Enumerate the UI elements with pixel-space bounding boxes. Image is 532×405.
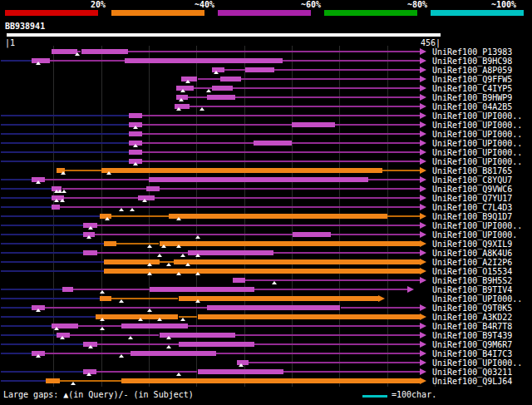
hit-accession-label[interactable]: UniRef100_UPI000.. — [432, 139, 522, 148]
alignment-segment[interactable] — [96, 314, 179, 319]
alignment-segment[interactable] — [249, 362, 419, 363]
alignment-segment[interactable] — [245, 279, 420, 281]
alignment-segment[interactable] — [73, 289, 150, 290]
hit-accession-label[interactable]: UniRef100_B9H5S2 — [432, 276, 512, 285]
hit-accession-label[interactable]: UniRef100_B9HC98 — [432, 57, 512, 66]
hit-accession-label[interactable]: UniRef100_Q9T0K5 — [432, 304, 512, 313]
alignment-segment[interactable] — [179, 296, 379, 301]
alignment-segment[interactable] — [169, 214, 387, 219]
alignment-segment[interactable] — [283, 60, 420, 62]
alignment-segment[interactable] — [45, 307, 207, 309]
alignment-segment[interactable] — [335, 124, 420, 126]
alignment-segment[interactable] — [160, 188, 420, 190]
alignment-segment[interactable] — [188, 325, 420, 327]
alignment-segment[interactable] — [62, 287, 74, 292]
alignment-segment[interactable] — [70, 334, 160, 336]
alignment-segment[interactable] — [52, 49, 77, 54]
hit-accession-label[interactable]: UniRef100_Q03211 — [432, 368, 512, 377]
alignment-segment[interactable] — [129, 113, 142, 118]
alignment-segment[interactable] — [198, 78, 221, 80]
hit-accession-label[interactable]: UniRef100_A3KD22 — [432, 313, 512, 322]
hit-accession-label[interactable]: UniRef100_04A2B5 — [432, 102, 512, 111]
hit-accession-label[interactable]: UniRef100_O15534 — [432, 267, 512, 276]
alignment-segment[interactable] — [212, 86, 233, 91]
hit-accession-label[interactable]: UniRef100_A8K4U6 — [432, 249, 512, 258]
alignment-segment[interactable] — [146, 186, 160, 191]
alignment-segment[interactable] — [52, 205, 60, 210]
alignment-segment[interactable] — [121, 378, 420, 383]
alignment-segment[interactable] — [274, 69, 419, 71]
alignment-segment[interactable] — [387, 215, 420, 217]
alignment-segment[interactable] — [60, 380, 121, 382]
hit-accession-label[interactable]: UniRef100_B9Q1D7 — [432, 212, 512, 221]
alignment-segment[interactable] — [101, 168, 382, 173]
hit-accession-label[interactable]: UniRef100_Q9LJ64 — [432, 377, 512, 386]
hit-accession-label[interactable]: UniRef100_A8P059 — [432, 66, 512, 75]
alignment-segment[interactable] — [62, 188, 146, 190]
alignment-segment[interactable] — [104, 241, 116, 246]
alignment-segment[interactable] — [224, 69, 245, 71]
alignment-segment[interactable] — [45, 179, 149, 180]
alignment-segment[interactable] — [97, 225, 420, 226]
alignment-segment[interactable] — [116, 243, 160, 244]
alignment-segment[interactable] — [235, 96, 419, 98]
hit-accession-label[interactable]: UniRef100_UPI000.. — [432, 157, 522, 166]
alignment-segment[interactable] — [100, 296, 111, 301]
alignment-segment[interactable] — [198, 314, 420, 319]
alignment-segment[interactable] — [292, 142, 420, 144]
alignment-segment[interactable] — [160, 241, 420, 246]
hit-accession-label[interactable]: UniRef100_B81765 — [432, 166, 512, 175]
hit-accession-label[interactable]: UniRef100_UPI000.. — [432, 358, 522, 368]
hit-accession-label[interactable]: UniRef100_UPI000.. — [432, 148, 522, 157]
hit-accession-label[interactable]: UniRef100_Q9XIL9 — [432, 240, 512, 249]
alignment-segment[interactable] — [142, 161, 420, 162]
hit-accession-label[interactable]: UniRef100_B9TIV4 — [432, 285, 512, 294]
alignment-segment[interactable] — [96, 371, 198, 373]
alignment-segment[interactable] — [129, 150, 142, 155]
alignment-segment[interactable] — [254, 289, 407, 290]
hit-accession-label[interactable]: UniRef100_UPI000.. — [432, 221, 522, 230]
alignment-segment[interactable] — [233, 278, 245, 283]
alignment-segment[interactable] — [65, 170, 101, 171]
alignment-segment[interactable] — [111, 215, 169, 217]
alignment-segment[interactable] — [125, 58, 282, 63]
hit-accession-label[interactable]: UniRef100_C7L4D3 — [432, 203, 512, 212]
hit-accession-label[interactable]: UniRef100_Q9FFW5 — [432, 75, 512, 84]
alignment-segment[interactable] — [245, 67, 275, 72]
alignment-segment[interactable] — [241, 78, 420, 80]
alignment-segment[interactable] — [142, 133, 420, 135]
alignment-segment[interactable] — [142, 142, 254, 144]
hit-accession-label[interactable]: UniRef100_C4IYP5 — [432, 84, 512, 93]
alignment-segment[interactable] — [331, 234, 420, 235]
alignment-segment[interactable] — [235, 334, 419, 336]
hit-accession-label[interactable]: UniRef100_UPI000.. — [432, 130, 522, 139]
alignment-segment[interactable] — [292, 122, 335, 127]
alignment-segment[interactable] — [216, 353, 419, 354]
hit-accession-label[interactable]: UniRef100_Q7YU17 — [432, 194, 512, 203]
hit-accession-label[interactable]: UniRef100_Q9VWC6 — [432, 185, 512, 194]
alignment-segment[interactable] — [233, 87, 420, 89]
alignment-segment[interactable] — [188, 96, 207, 98]
alignment-segment[interactable] — [46, 378, 60, 383]
alignment-segment[interactable] — [188, 250, 273, 255]
alignment-segment[interactable] — [128, 51, 420, 52]
hit-accession-label[interactable]: UniRef100_UPI000. — [432, 230, 517, 240]
alignment-segment[interactable] — [179, 342, 255, 347]
hit-accession-label[interactable]: UniRef100_Q9M6R7 — [432, 340, 512, 349]
alignment-segment[interactable] — [142, 115, 420, 116]
hit-accession-label[interactable]: UniRef100_UPI000.. — [432, 294, 522, 304]
alignment-segment[interactable] — [95, 234, 293, 235]
alignment-segment[interactable] — [155, 197, 420, 199]
alignment-segment[interactable] — [254, 343, 420, 345]
alignment-segment[interactable] — [83, 250, 97, 255]
alignment-segment[interactable] — [45, 353, 131, 354]
alignment-segment[interactable] — [174, 259, 420, 264]
alignment-segment[interactable] — [97, 252, 188, 254]
alignment-segment[interactable] — [131, 351, 216, 356]
alignment-segment[interactable] — [142, 151, 420, 153]
hit-accession-label[interactable]: UniRef100_UPI000.. — [432, 111, 522, 121]
alignment-segment[interactable] — [341, 307, 420, 309]
hit-accession-label[interactable]: UniRef100_UPI000.. — [432, 121, 522, 130]
hit-accession-label[interactable]: UniRef100_A2I2P6 — [432, 258, 512, 267]
alignment-segment[interactable] — [129, 131, 142, 136]
